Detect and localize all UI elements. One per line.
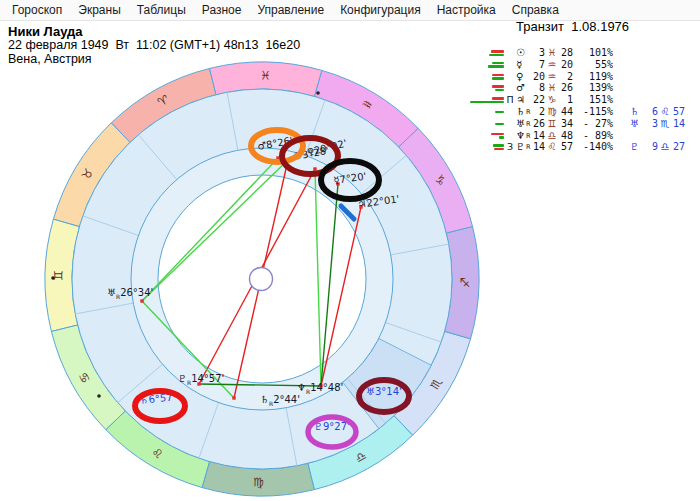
transit-planet-uranus-label: ♅3°14': [366, 386, 402, 397]
degrees: 14: [530, 141, 545, 153]
strength-bars-icon: [466, 131, 504, 141]
minutes: 26: [558, 82, 573, 94]
transit-minutes: 14: [671, 118, 685, 130]
astrology-app-window: { "menu": {"items": ["Гороскоп","Экраны"…: [0, 0, 700, 501]
minutes: 20: [558, 59, 573, 71]
strength-percent: -115%: [575, 106, 613, 118]
strength-percent: 151%: [575, 94, 613, 106]
degrees: 26: [530, 118, 545, 130]
planet-glyph: ♆ R: [516, 130, 530, 142]
transit-minutes: 27: [671, 141, 685, 153]
minutes: 44: [558, 106, 573, 118]
aspect-endpoint-uranus: [140, 299, 143, 302]
strength-bars-icon: [466, 142, 504, 152]
minutes: 48: [558, 130, 573, 142]
degree-marker-dot: [51, 276, 55, 280]
zodiac-sign-glyph: ♓: [546, 82, 558, 94]
zodiac-glyph-virgo: ♍: [253, 475, 264, 489]
minutes: 28: [558, 47, 573, 59]
degrees: 7: [530, 59, 545, 71]
transit-sign-glyph: ♌: [659, 106, 671, 118]
strength-percent: 101%: [575, 47, 613, 59]
transit-planet-glyph: ♇: [630, 141, 644, 153]
strength-percent: - 89%: [575, 130, 613, 142]
planet-glyph: ♅ R: [516, 118, 530, 130]
aspect-endpoint-venus: [313, 167, 316, 170]
degree-marker-dot: [316, 91, 320, 95]
strength-bars-icon: [466, 60, 504, 70]
zodiac-sign-glyph: ♒: [546, 59, 558, 71]
planet-row-mars: ♂8♓26139%: [480, 82, 700, 94]
strength-bars-icon: [466, 119, 504, 129]
planet-row-mercury: ☿7♒2055%: [480, 59, 700, 71]
planet-glyph: ♄ R: [516, 106, 530, 118]
planet-row-venus: ♀20♒2119%: [480, 71, 700, 83]
zodiac-sign-glyph: ♎: [546, 130, 558, 142]
degrees: 3: [530, 47, 545, 59]
degrees: 20: [530, 71, 545, 83]
transit-sign-glyph: ♎: [659, 141, 671, 153]
planet-row-sun: ☉3♓28101%: [480, 47, 700, 59]
aspect-endpoint-saturn: [232, 396, 235, 399]
planet-glyph: ♀: [516, 71, 530, 83]
planet-row-pluto: З♇ R14♌57-140%♇9♎27: [480, 141, 700, 153]
planet-glyph: ♂: [516, 82, 530, 94]
planet-row-jupiter: Π♃22♑1151%: [480, 94, 700, 106]
degrees: 8: [530, 82, 545, 94]
zodiac-glyph-sagittarius: ♐: [458, 277, 472, 288]
zodiac-sign-glyph: ♓: [546, 47, 558, 59]
planet-row-saturn: ♄ R2♍44-115%♄6♌57: [480, 106, 700, 118]
strength-percent: 139%: [575, 82, 613, 94]
zodiac-sign-glyph: ♍: [546, 106, 558, 118]
transit-sign-glyph: ♏: [659, 118, 671, 130]
minutes: 34: [558, 118, 573, 130]
strength-bars-icon: [466, 95, 504, 105]
zodiac-sign-glyph: ♒: [546, 71, 558, 83]
transit-degrees: 3: [644, 118, 658, 130]
strength-bars-icon: [466, 72, 504, 82]
degrees: 14: [530, 130, 545, 142]
planet-glyph: ♇ R: [516, 141, 530, 153]
aspect-mark: З: [505, 141, 515, 153]
transit-degrees: 6: [644, 106, 658, 118]
degree-marker-dot: [97, 394, 101, 398]
strength-bars-icon: [466, 83, 504, 93]
degrees: 2: [530, 106, 545, 118]
planet-glyph: ☿: [516, 59, 530, 71]
zodiac-sign-glyph: ♊: [546, 118, 558, 130]
transit-degrees: 9: [644, 141, 658, 153]
planet-row-neptune: ♆ R14♎48- 89%: [480, 130, 700, 142]
zodiac-sign-glyph: ♌: [546, 141, 558, 153]
degrees: 22: [530, 94, 545, 106]
minutes: 2: [558, 71, 573, 83]
wheel-center-hub: [250, 268, 273, 291]
transit-planet-pluto-label: ♇9°27': [314, 421, 350, 432]
transit-planet-glyph: ♄: [630, 106, 644, 118]
strength-bars-icon: [466, 48, 504, 58]
planet-glyph: ☉: [516, 47, 530, 59]
strength-percent: - 27%: [575, 118, 613, 130]
zodiac-glyph-pisces: ♓: [260, 68, 271, 82]
strength-bars-icon: [466, 107, 504, 117]
strength-percent: 119%: [575, 71, 613, 83]
strength-percent: 55%: [575, 59, 613, 71]
aspect-mark: Π: [505, 94, 515, 106]
transit-planet-glyph: ♅: [630, 118, 644, 130]
minutes: 1: [558, 94, 573, 106]
minutes: 57: [558, 141, 573, 153]
planet-row-uranus: ♅ R26♊34- 27%♅3♏14: [480, 118, 700, 130]
strength-percent: -140%: [575, 141, 613, 153]
planet-glyph: ♃: [516, 94, 530, 106]
zodiac-sign-glyph: ♑: [546, 94, 558, 106]
transit-minutes: 57: [671, 106, 685, 118]
